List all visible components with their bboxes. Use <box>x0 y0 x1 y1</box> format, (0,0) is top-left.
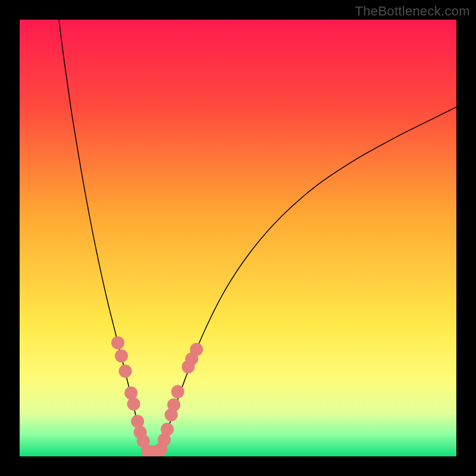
curves-layer <box>20 20 456 456</box>
bead-left <box>115 349 128 362</box>
bead-right <box>190 343 203 356</box>
bead-left <box>131 415 144 428</box>
bead-left <box>111 336 124 349</box>
watermark-text: TheBottleneck.com <box>355 4 470 19</box>
bead-right <box>167 398 180 411</box>
bead-right <box>161 422 174 436</box>
bead-left <box>119 365 132 378</box>
left-curve <box>59 20 146 450</box>
right-curve <box>159 107 456 450</box>
plot-area <box>20 20 456 456</box>
bead-right <box>171 385 184 398</box>
bead-left <box>127 397 140 411</box>
chart-frame: TheBottleneck.com <box>0 0 476 476</box>
bead-group <box>111 336 203 456</box>
bead-left <box>124 387 137 400</box>
